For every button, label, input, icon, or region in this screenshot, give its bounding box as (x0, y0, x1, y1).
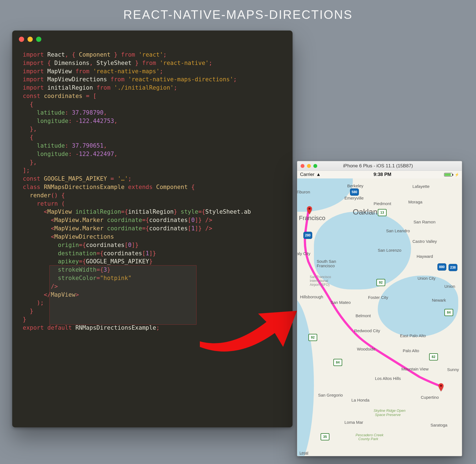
wifi-icon: ▲ (316, 172, 321, 177)
route-shield-icon: 580 (350, 188, 359, 196)
code-line: export default RNMapsDirectionsExample; (23, 324, 284, 332)
charging-icon: ⚡ (455, 173, 459, 177)
map-label: Saratoga (430, 423, 447, 427)
map-pin-icon (307, 206, 312, 212)
code-line: }, (23, 158, 284, 167)
minimize-icon[interactable] (27, 37, 33, 42)
map-label: San Leandro (386, 228, 410, 233)
route-shield-icon: 84 (333, 359, 342, 366)
map-label: Mountain View (401, 367, 429, 371)
route-shield-icon: 92 (376, 279, 385, 286)
code-line: } (23, 307, 284, 316)
map-label-big: Oakland (353, 208, 382, 216)
map-label: Union City (417, 276, 435, 281)
code-line: class RNMapsDirectionsExample extends Co… (23, 183, 284, 191)
code-line: longitude: -122.422497, (23, 150, 284, 158)
map-label: Airport (SFO) (310, 283, 329, 287)
code-line: </MapView> (23, 291, 284, 299)
code-line: render() { (23, 191, 284, 200)
map-label: San Gregorio (318, 393, 343, 397)
map-label: San Lorenzo (378, 248, 401, 253)
map-label: Union (444, 284, 455, 289)
map-label: Tiburon (297, 190, 310, 194)
map-label: Belmont (356, 313, 371, 318)
code-line: const GOOGLE_MAPS_APIKEY = '…'; (23, 175, 284, 183)
code-line: import { Dimensions, StyleSheet } from '… (23, 59, 284, 67)
map-label: Foster City (368, 295, 388, 300)
svg-point-0 (309, 208, 311, 210)
map-label: Sunny (447, 367, 459, 372)
map-label-big: Francisco (299, 215, 325, 222)
map-label: Hayward (417, 254, 433, 259)
route-shield-icon: 84 (444, 309, 453, 316)
code-line: /> (23, 283, 284, 291)
map-label: La Honda (351, 398, 369, 402)
code-line: } (23, 316, 284, 324)
device-statusbar: Carrier ▲ 9:38 PM ⚡ (297, 171, 462, 178)
code-line: <MapView initialRegion={initialRegion} s… (23, 208, 284, 216)
code-line: strokeWidth={3} (23, 266, 284, 274)
map-label: East Palo Alto (400, 333, 426, 338)
map-label: aly City (297, 251, 310, 256)
map-park-label: Skyline Ridge Open (374, 409, 406, 413)
window-traffic-lights (12, 31, 293, 45)
map-label: South San (317, 259, 336, 264)
map-label: Piedmont (374, 201, 391, 206)
map-label: San Mateo (331, 300, 351, 305)
map-label: San Ramon (414, 220, 435, 224)
route-shield-icon: 880 (437, 263, 446, 271)
map-view[interactable]: Legal OaklandFranciscoBerkeleyLafayetteE… (297, 178, 462, 456)
map-park-label: County Park (358, 437, 378, 441)
code-line: longitude: -122.442753, (23, 117, 284, 125)
code-line: import React, { Component } from 'react'… (23, 51, 284, 59)
route-shield-icon: 92 (308, 334, 317, 341)
carrier-label: Carrier (300, 172, 314, 177)
map-label: International (310, 279, 328, 283)
code-block: import React, { Component } from 'react'… (12, 45, 293, 341)
code-line: destination={coordinates[1]} (23, 249, 284, 258)
map-label: Newark (432, 298, 446, 302)
code-line: import MapViewDirections from 'react-nat… (23, 75, 284, 84)
route-shield-icon: 280 (303, 232, 312, 239)
code-line: <MapViewDirections (23, 233, 284, 241)
map-label: Emeryville (344, 196, 364, 200)
map-label: Los Altos Hills (375, 376, 401, 381)
code-line: }, (23, 125, 284, 133)
code-line: strokeColor="hotpink" (23, 274, 284, 283)
map-label: Berkeley (347, 183, 363, 188)
code-line: { (23, 133, 284, 142)
route-shield-icon: 13 (378, 209, 387, 216)
code-line: <MapView.Marker coordinate={coordinates[… (23, 216, 284, 225)
code-line: apikey={GOOGLE_MAPS_APIKEY} (23, 258, 284, 266)
route-shield-icon: 35 (321, 433, 329, 440)
map-label: Hillsborough (300, 294, 323, 299)
code-line: return ( (23, 200, 284, 208)
code-line: origin={coordinates[0]} (23, 241, 284, 249)
maximize-icon[interactable] (36, 37, 41, 42)
page-title: REACT-NATIVE-MAPS-DIRECTIONS (0, 0, 476, 27)
map-label: Palo Alto (403, 348, 419, 353)
simulator-titlebar: iPhone 6 Plus - iOS 11.1 (15B87) (297, 161, 462, 171)
map-legal-link[interactable]: Legal (299, 451, 308, 455)
code-line: { (23, 100, 284, 109)
map-park-label: Space Preserve (375, 413, 401, 417)
code-line: latitude: 37.790651, (23, 142, 284, 150)
code-line: const coordinates = [ (23, 92, 284, 100)
map-label: Cupertino (421, 395, 439, 400)
close-icon[interactable] (19, 37, 24, 42)
map-label: Francisco (317, 263, 335, 268)
map-label: Lafayette (412, 184, 430, 189)
code-line: ); (23, 299, 284, 307)
battery-icon (444, 173, 452, 176)
code-line: latitude: 37.798790, (23, 109, 284, 117)
map-label: Woodside (357, 347, 375, 351)
code-line: ]; (23, 167, 284, 175)
code-editor-window: import React, { Component } from 'react'… (12, 31, 293, 427)
map-label: Redwood City (354, 328, 380, 333)
map-label: San Francisco (310, 275, 331, 279)
statusbar-time: 9:38 PM (374, 172, 391, 177)
route-shield-icon: 238 (449, 264, 457, 271)
route-shield-icon: 82 (429, 353, 438, 360)
map-label: Loma Mar (344, 420, 363, 425)
simulator-title: iPhone 6 Plus - iOS 11.1 (15B87) (298, 163, 459, 169)
